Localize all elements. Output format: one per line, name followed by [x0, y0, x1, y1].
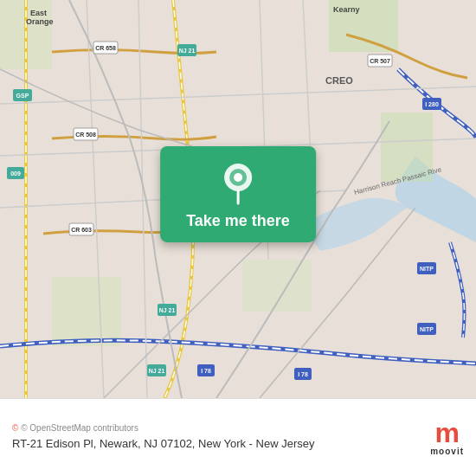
cr508-badge: CR 508: [75, 132, 96, 138]
svg-point-31: [234, 173, 242, 182]
i280-badge: I 280: [425, 101, 439, 107]
moovit-m-letter: m: [434, 419, 459, 447]
i78-left-badge: I 78: [201, 368, 211, 374]
moovit-logo: m moovit: [430, 419, 464, 456]
take-me-there-button[interactable]: Take me there: [160, 146, 316, 242]
nj21-bot-badge: NJ 21: [149, 368, 165, 374]
copyright-line: © © OpenStreetMap contributors: [12, 423, 421, 433]
bottom-bar: © © OpenStreetMap contributors RT-21 Edi…: [0, 398, 476, 476]
gsp-badge: GSP: [16, 93, 29, 99]
copyright-text: © OpenStreetMap contributors: [21, 423, 138, 433]
kearny-label: Kearny: [333, 5, 360, 14]
moovit-wordmark: moovit: [430, 447, 464, 456]
east-orange-label2: Orange: [26, 17, 54, 26]
009-badge: 009: [10, 170, 21, 177]
address-text: RT-21 Edison Pl, Newark, NJ 07102, New Y…: [12, 436, 421, 452]
cr658-badge: CR 658: [95, 45, 116, 51]
take-me-there-label: Take me there: [186, 212, 290, 230]
svg-rect-4: [52, 277, 121, 346]
cr603-badge: CR 603: [71, 227, 92, 233]
nitp1-badge: NITP: [420, 266, 434, 272]
map-container: East Orange Kearny Harrison Reach Passai…: [0, 0, 476, 398]
location-pin-icon: [221, 162, 255, 205]
nj21-mid-badge: NJ 21: [159, 307, 176, 313]
copyright-icon: ©: [12, 423, 18, 433]
cr507-badge: CR 507: [370, 58, 390, 64]
creo-label: CREO: [325, 75, 353, 86]
nj21-top-badge: NJ 21: [179, 48, 196, 54]
nitp2-badge: NITP: [420, 326, 434, 332]
east-orange-label: East: [30, 9, 47, 17]
i78-right-badge: I 78: [298, 371, 308, 377]
address-info: © © OpenStreetMap contributors RT-21 Edi…: [12, 423, 430, 452]
